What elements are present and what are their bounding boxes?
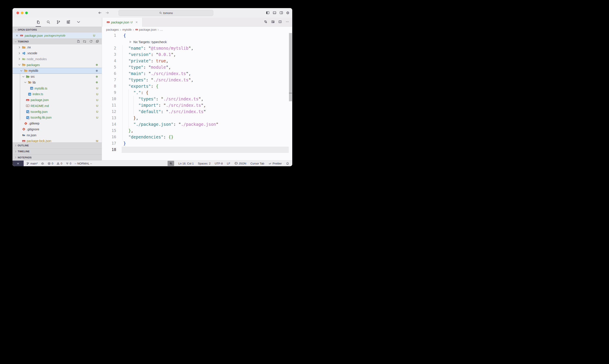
tree-item-index-ts[interactable]: TSindex.tsU bbox=[13, 91, 102, 97]
toggle-secondary-sidebar-button[interactable] bbox=[279, 11, 283, 15]
toggle-secondary-sidebar-icon bbox=[279, 11, 283, 15]
split-editor-button[interactable] bbox=[278, 20, 282, 25]
breadcrumb-item[interactable]: packages bbox=[106, 28, 119, 31]
tree-item--nx[interactable]: .nx bbox=[13, 44, 102, 50]
npm-icon: npm bbox=[26, 98, 29, 102]
panel-header-outline[interactable]: OUTLINE bbox=[13, 143, 102, 148]
chevron-right-icon[interactable] bbox=[18, 57, 21, 61]
status-0[interactable]: 0 bbox=[48, 162, 53, 165]
chevron-down-icon[interactable] bbox=[24, 81, 27, 84]
tree-item--vscode[interactable]: .vscode bbox=[13, 50, 102, 56]
status-main-[interactable]: main* bbox=[26, 162, 38, 165]
modified-dot-badge bbox=[96, 70, 98, 72]
code-content: "./package.json": "./package.json" bbox=[123, 121, 219, 128]
tree-item-package-lock-json[interactable]: npmpackage-lock.jsonM bbox=[13, 138, 102, 143]
close-icon[interactable] bbox=[15, 34, 18, 37]
status-cloud-upload[interactable] bbox=[41, 162, 44, 165]
open-changes-button[interactable] bbox=[264, 20, 268, 25]
status-json[interactable]: {}JSON bbox=[234, 162, 246, 165]
tree-item-packages[interactable]: packages bbox=[13, 62, 102, 68]
error-circle-icon bbox=[48, 162, 51, 165]
status-prettier[interactable]: Prettier bbox=[268, 162, 282, 165]
close-button[interactable] bbox=[16, 12, 19, 14]
open-editors-header[interactable]: OPEN EDITORS bbox=[13, 27, 102, 33]
tree-item--gitkeep[interactable]: .gitkeep bbox=[13, 120, 102, 126]
activity-source-control-button[interactable] bbox=[56, 18, 61, 27]
tree-item-tsconfig-json[interactable]: TStsconfig.jsonU bbox=[13, 109, 102, 115]
toggle-panel-button[interactable] bbox=[272, 11, 276, 15]
code-line-16: 16 "dependencies": {} bbox=[102, 134, 292, 140]
git-status-badge: U bbox=[96, 98, 102, 102]
toggle-primary-sidebar-button[interactable] bbox=[266, 11, 270, 15]
status-0[interactable]: 0 bbox=[56, 162, 62, 165]
code-editor[interactable]: 1{Nx Targets: typecheck2 "name": "@tsmon… bbox=[102, 32, 292, 160]
status-lf[interactable]: LF bbox=[227, 162, 230, 165]
overview-ruler-current-line-marker bbox=[289, 93, 292, 93]
tree-item-mytslib-ts[interactable]: TSmytslib.tsU bbox=[13, 85, 102, 91]
scrollbar-thumb[interactable] bbox=[289, 33, 292, 101]
codelens-nx-targets[interactable]: Nx Targets: typecheck bbox=[102, 39, 292, 45]
toggle-panel-icon bbox=[272, 11, 276, 15]
new-file-button[interactable] bbox=[77, 39, 80, 43]
tab-package-json[interactable]: npm package.json U bbox=[102, 18, 143, 27]
status-utf-8[interactable]: UTF-8 bbox=[215, 162, 223, 165]
status-ln-18-col-1[interactable]: Ln 18, Col 1 bbox=[178, 162, 194, 165]
status-0[interactable]: 0 bbox=[66, 162, 71, 165]
forward-arrow-icon[interactable] bbox=[105, 11, 109, 15]
tree-item-tsconfig-lib-json[interactable]: TStsconfig.lib.jsonU bbox=[13, 115, 102, 120]
chevron-down-icon[interactable] bbox=[18, 63, 21, 66]
activity-extensions-button[interactable] bbox=[66, 18, 71, 27]
tree-item-nx-json[interactable]: Nxnx.json bbox=[13, 132, 102, 138]
refresh-button[interactable] bbox=[89, 39, 93, 43]
tree-item-node-modules[interactable]: jsnode_modules bbox=[13, 56, 102, 62]
settings-gear-button[interactable]: ⚙ bbox=[286, 11, 289, 15]
tree-item--gitignore[interactable]: .gitignore bbox=[13, 126, 102, 132]
breadcrumb-item[interactable]: mytslib bbox=[122, 28, 131, 31]
chevron-down-icon[interactable] bbox=[20, 69, 23, 72]
chevron-right-icon[interactable] bbox=[18, 52, 21, 55]
command-center-search[interactable]: tsmono bbox=[118, 10, 213, 16]
panel-header-timeline[interactable]: TIMELINE bbox=[13, 148, 102, 154]
status-label: 0 bbox=[61, 162, 62, 165]
status-label: main* bbox=[30, 162, 38, 165]
remote-indicator[interactable] bbox=[13, 161, 24, 166]
activity-files-button[interactable] bbox=[36, 18, 41, 27]
chevron-right-icon[interactable] bbox=[18, 46, 21, 49]
status--normal-[interactable]: -- NORMAL -- bbox=[75, 162, 92, 165]
status-bell[interactable] bbox=[286, 162, 289, 165]
close-icon[interactable] bbox=[135, 21, 138, 24]
tree-item-package-json[interactable]: npmpackage.jsonU bbox=[13, 97, 102, 103]
breadcrumb-separator: › bbox=[158, 28, 159, 31]
more-actions-button[interactable] bbox=[285, 20, 289, 25]
chevron-down-icon[interactable] bbox=[22, 75, 25, 78]
code-content: ".": { bbox=[123, 90, 148, 96]
code-line-4: 4 "private": true, bbox=[102, 58, 292, 64]
line-number: 15 bbox=[102, 128, 116, 134]
breadcrumb-item[interactable]: npmpackage.json bbox=[135, 28, 157, 31]
zoom-button[interactable] bbox=[25, 12, 28, 14]
preview-search-button[interactable] bbox=[271, 20, 275, 25]
activity-search-button[interactable] bbox=[46, 18, 51, 27]
line-number: 13 bbox=[102, 115, 116, 121]
status-cursor-tab[interactable]: Cursor Tab bbox=[250, 162, 264, 165]
twistie bbox=[22, 75, 26, 78]
minimize-button[interactable] bbox=[21, 12, 23, 14]
tree-item-readme-md[interactable]: M↓README.mdU bbox=[13, 103, 102, 109]
code-line-9: 9 ".": { bbox=[102, 90, 292, 96]
new-folder-button[interactable] bbox=[83, 39, 86, 43]
code-content: "dependencies": {} bbox=[123, 134, 173, 140]
tree-item-label: tsconfig.json bbox=[31, 110, 48, 114]
activity-chevron-more-button[interactable] bbox=[76, 18, 81, 27]
breadcrumb-item[interactable]: … bbox=[160, 28, 163, 31]
open-editor-item[interactable]: npmpackage.jsonpackages/mytslibU bbox=[13, 33, 102, 39]
tree-item-mytslib[interactable]: mytslib bbox=[13, 68, 102, 74]
tree-item-src[interactable]: </>src bbox=[13, 74, 102, 80]
code-line-10: 10 "types": "./src/index.ts", bbox=[102, 96, 292, 102]
collapse-all-button[interactable] bbox=[96, 39, 99, 43]
back-arrow-icon[interactable] bbox=[98, 11, 102, 15]
explorer-header[interactable]: TSMONO bbox=[13, 39, 102, 44]
status-spaces-2[interactable]: Spaces: 2 bbox=[198, 162, 211, 165]
status-zoom-button[interactable] bbox=[168, 161, 174, 166]
tree-item-lib[interactable]: lib bbox=[13, 80, 102, 86]
panel-header-notepads[interactable]: NOTEPADS bbox=[13, 155, 102, 160]
